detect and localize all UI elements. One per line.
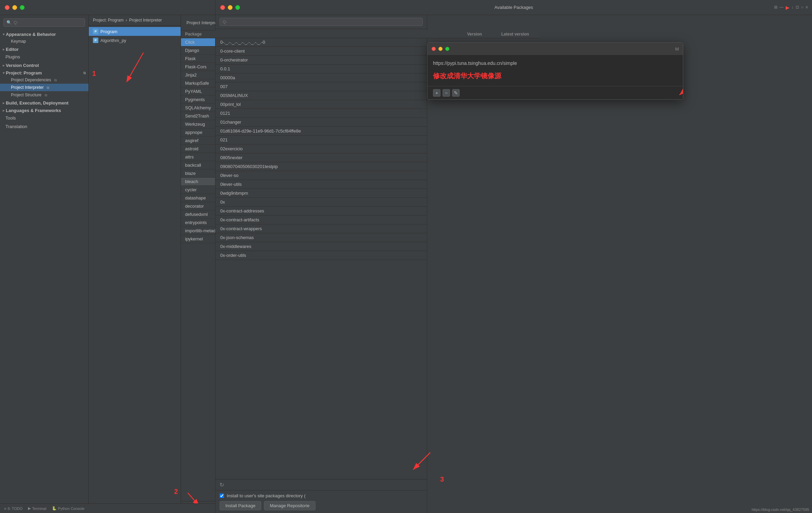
toolbar-icon-4[interactable]: ⊡	[796, 5, 799, 10]
toolbar-icon-6[interactable]: ≡	[806, 5, 808, 10]
toolbar-icon-3[interactable]: ↓	[792, 5, 794, 10]
pkg-maximize-button[interactable]	[235, 5, 240, 10]
run-icon[interactable]: ▶	[786, 5, 789, 10]
sidebar: 🔍 ▾ Appearance & Behavior Keymap ▸ Edito…	[0, 15, 89, 513]
pkg-item[interactable]: 0x-contract-artifacts	[215, 216, 427, 224]
pkg-list: 0 0-._.-._.-._.-._.-._.-._.-0 0-core-cli…	[215, 29, 427, 479]
chevron-down-icon: ▾	[3, 71, 4, 75]
mirror-close-button[interactable]	[432, 47, 436, 51]
sidebar-item-plugins[interactable]: Plugins	[0, 53, 88, 61]
manage-repositories-button[interactable]: Manage Repositorie	[264, 501, 315, 510]
chevron-right-icon: ▸	[3, 101, 4, 105]
pkg-item[interactable]: 0x-middlewares	[215, 242, 427, 251]
refresh-icon[interactable]: ↻	[220, 482, 224, 488]
sidebar-item-label: Editor	[6, 47, 19, 52]
chevron-right-icon: ▸	[3, 47, 4, 51]
sidebar-item-label: Appearance & Behavior	[6, 32, 56, 37]
pkg-item[interactable]: 01d61084-d29e-11e9-96d1-7c5cf84ffe8e	[215, 127, 427, 136]
terminal-label: Terminal	[32, 507, 46, 511]
sidebar-item-label: Translation	[5, 124, 27, 129]
sidebar-item-label: Project Dependencies	[11, 78, 51, 82]
sidebar-item-version-control[interactable]: ▸ Version Control	[0, 61, 88, 69]
sidebar-item-project-program[interactable]: ▾ Project: Program ⧉	[0, 69, 88, 76]
pkg-item[interactable]: 0x-contract-wrappers	[215, 224, 427, 233]
sidebar-item-project-interpreter[interactable]: Project Interpreter ⧉	[0, 84, 88, 91]
install-label: Install to user's site packages director…	[227, 493, 306, 498]
pkg-item[interactable]: 0x-order-utils	[215, 251, 427, 260]
search-box[interactable]: 🔍	[3, 18, 85, 27]
close-button[interactable]	[5, 5, 10, 10]
search-input[interactable]	[14, 20, 82, 25]
maximize-button[interactable]	[20, 5, 25, 10]
packages-window-controls	[220, 5, 240, 10]
pkg-item[interactable]: 0.0.1	[215, 65, 427, 73]
pkg-item[interactable]: 0121	[215, 109, 427, 118]
pkg-item[interactable]: 00SMALINUX	[215, 91, 427, 100]
pkg-item[interactable]: 0-._.-._.-._.-._.-._.-._.-0	[215, 38, 427, 47]
sidebar-item-languages-frameworks[interactable]: ▸ Languages & Frameworks	[0, 106, 88, 114]
mirror-source-window: M https://pypi.tuna.tsinghua.edu.cn/simp…	[427, 42, 683, 100]
python-label: Python Console	[58, 507, 85, 511]
pkg-item[interactable]: 0x	[215, 198, 427, 207]
project-item-algorithm[interactable]: P Algorithm_py	[89, 36, 181, 45]
pkg-item[interactable]: 02exercicio	[215, 144, 427, 153]
pkg-item[interactable]: 0lever-utils	[215, 180, 427, 189]
project-icon: P	[93, 38, 98, 43]
minimize-button[interactable]	[12, 5, 17, 10]
pkg-item[interactable]: 0805nexter	[215, 153, 427, 162]
mirror-window-title: M	[675, 46, 679, 52]
sidebar-item-project-structure[interactable]: Project Structure ⧉	[0, 91, 88, 99]
pkg-item[interactable]: 0wdg9nbmpm	[215, 189, 427, 198]
install-package-button[interactable]: Install Package	[220, 501, 261, 510]
pkg-item[interactable]: 0-orchestrator	[215, 56, 427, 65]
available-packages-window: Available Packages ⊞ — ▶ ↓ ⊡ ○ ≡ 0 0-._.…	[215, 0, 812, 513]
pkg-item[interactable]: 01changer	[215, 118, 427, 127]
pkg-refresh-bar: ↻ 3	[215, 479, 427, 490]
sidebar-item-build-execution[interactable]: ▸ Build, Execution, Deployment	[0, 99, 88, 106]
sidebar-item-appearance-behavior[interactable]: ▾ Appearance & Behavior	[0, 30, 88, 38]
sidebar-item-label: Project Structure	[11, 93, 41, 97]
python-console-item[interactable]: 🐍 Python Console	[52, 506, 85, 511]
toolbar-icon-1[interactable]: ⊞	[774, 5, 778, 10]
pkg-minimize-button[interactable]	[228, 5, 233, 10]
chevron-right-icon: ▸	[3, 64, 4, 67]
pkg-search-input[interactable]	[220, 18, 423, 26]
pkg-item[interactable]: 00print_lol	[215, 100, 427, 109]
mirror-add-button[interactable]: +	[433, 89, 440, 97]
mirror-annotation: 修改成清华大学镜像源	[433, 71, 677, 81]
mirror-minimize-button[interactable]	[438, 47, 443, 51]
pkg-item[interactable]: 0-core-client	[215, 47, 427, 56]
project-item-program[interactable]: P Program	[89, 27, 181, 36]
pkg-item[interactable]: 007	[215, 82, 427, 91]
pkg-item[interactable]: 0x-json-schemas	[215, 233, 427, 242]
pkg-search-bar	[215, 15, 427, 29]
sidebar-item-tools[interactable]: Tools	[0, 114, 88, 122]
sidebar-item-label: Build, Execution, Deployment	[6, 100, 68, 106]
copy-icon: ⧉	[47, 86, 49, 89]
install-checkbox[interactable]	[220, 494, 224, 498]
sidebar-item-translation[interactable]: Translation	[0, 122, 88, 131]
todo-item[interactable]: ≡ 6: TODO	[4, 507, 23, 511]
toolbar-icon-2[interactable]: —	[780, 5, 784, 10]
breadcrumb-project: Project: Program	[93, 18, 124, 23]
pkg-close-button[interactable]	[220, 5, 225, 10]
breadcrumb-arrow: ›	[126, 18, 127, 23]
pkg-item[interactable]: 00000a	[215, 73, 427, 82]
mirror-remove-button[interactable]: −	[443, 89, 450, 97]
project-item-label: Algorithm_py	[100, 38, 126, 43]
sidebar-item-editor[interactable]: ▸ Editor	[0, 45, 88, 53]
pkg-item[interactable]: 0x-contract-addresses	[215, 207, 427, 216]
pkg-item[interactable]: 090807040506030201testpip	[215, 162, 427, 171]
pkg-footer: Install to user's site packages director…	[215, 490, 427, 513]
sidebar-item-keymap[interactable]: Keymap	[0, 38, 88, 45]
terminal-item[interactable]: ▶ Terminal	[28, 506, 46, 511]
breadcrumb-page: Project Interpreter	[129, 18, 162, 23]
sidebar-item-project-dependencies[interactable]: Project Dependencies ⧉	[0, 76, 88, 84]
window-controls	[5, 5, 25, 10]
mirror-maximize-button[interactable]	[445, 47, 449, 51]
toolbar-icon-5[interactable]: ○	[801, 5, 803, 10]
mirror-edit-button[interactable]: ✎	[452, 89, 460, 97]
project-list: P Program P Algorithm_py	[89, 26, 181, 513]
pkg-item[interactable]: 021	[215, 136, 427, 144]
pkg-item[interactable]: 0lever-so	[215, 171, 427, 180]
